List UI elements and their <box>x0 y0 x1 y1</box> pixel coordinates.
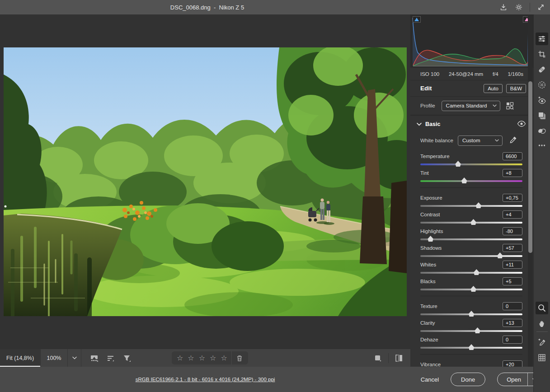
slider-value-box[interactable]: +13 <box>503 319 522 327</box>
auto-button[interactable]: Auto <box>484 84 503 93</box>
slider-value-box[interactable]: +5 <box>503 277 522 285</box>
profile-browser-icon[interactable] <box>506 101 515 110</box>
slider-label: Clarity <box>420 320 435 326</box>
tab-crop[interactable] <box>536 48 548 61</box>
fullscreen-icon[interactable] <box>536 3 545 12</box>
tool-zoom[interactable] <box>536 302 548 314</box>
slider-value-box[interactable]: +4 <box>503 210 522 219</box>
star-1[interactable]: ☆ <box>174 355 185 362</box>
image-canvas[interactable] <box>0 14 410 349</box>
slider-thumb[interactable] <box>496 252 503 258</box>
slider-track[interactable] <box>420 312 522 317</box>
save-image-icon[interactable] <box>499 3 508 12</box>
slider-track[interactable] <box>420 287 522 292</box>
slider-value-box[interactable]: -80 <box>503 227 522 235</box>
star-3[interactable]: ☆ <box>197 355 207 362</box>
slider-thumb[interactable] <box>473 269 480 275</box>
slider-thumb[interactable] <box>474 327 481 333</box>
star-2[interactable]: ☆ <box>185 355 196 362</box>
tab-masking[interactable] <box>536 79 548 91</box>
slider-value-box[interactable]: +11 <box>503 261 522 269</box>
slider-track[interactable] <box>420 328 522 334</box>
basic-visibility-eye-icon[interactable] <box>517 121 526 128</box>
slider-label: Shadows <box>420 245 442 251</box>
slider-thumb[interactable] <box>468 311 475 317</box>
tool-hand[interactable] <box>536 317 548 330</box>
star-5[interactable]: ☆ <box>218 355 229 362</box>
bw-button[interactable]: B&W <box>506 84 526 93</box>
slider-label: Temperature <box>420 154 450 159</box>
slider-thumb[interactable] <box>427 236 434 242</box>
statusbar: sRGB IEC61966-2.1 - 8 bit - 6016 x 4016 … <box>0 367 550 392</box>
tab-redeye[interactable] <box>536 94 548 107</box>
open-button[interactable]: Open <box>498 376 527 383</box>
star-4[interactable]: ☆ <box>207 355 218 362</box>
tab-presets[interactable] <box>536 109 548 122</box>
exif-row: ISO 100 24-50@24 mm f/4 1/160s <box>410 68 533 80</box>
slider-track[interactable] <box>420 345 522 350</box>
slider-value-box[interactable]: +20 <box>503 360 522 367</box>
slider-thumb[interactable] <box>461 177 468 183</box>
rating-divider <box>231 351 232 364</box>
slider-whites: Whites +11 <box>420 260 522 275</box>
filmstrip-controls <box>89 349 132 367</box>
slider-track[interactable] <box>420 220 522 225</box>
tab-edit[interactable] <box>536 33 548 45</box>
photo-preview[interactable] <box>4 47 407 316</box>
delete-icon[interactable] <box>234 353 245 363</box>
white-balance-eyedropper-icon[interactable] <box>509 136 518 145</box>
slider-value-box[interactable]: +8 <box>503 169 522 177</box>
settings-gear-icon[interactable] <box>514 3 523 12</box>
slider-exposure: Exposure +0,75 <box>420 193 522 209</box>
zoom-fit-tab[interactable]: Fit (14,8%) <box>0 349 41 367</box>
exif-iso: ISO 100 <box>420 71 439 77</box>
edit-header: Edit Auto B&W <box>410 80 533 97</box>
tab-healing[interactable] <box>536 63 548 76</box>
slider-label: Contrast <box>420 212 440 217</box>
histogram[interactable] <box>410 14 533 68</box>
slider-track[interactable] <box>420 162 522 167</box>
slider-thumb[interactable] <box>475 202 482 208</box>
more-settings-icon[interactable] <box>536 139 548 152</box>
sort-order-icon[interactable] <box>106 353 116 363</box>
slider-label: Vibrance <box>420 362 441 367</box>
slider-track[interactable] <box>420 253 522 259</box>
slider-value-box[interactable]: 6600 <box>503 152 522 160</box>
slider-track[interactable] <box>420 270 522 275</box>
zoom-100-tab[interactable]: 100% <box>41 349 68 367</box>
color-sampler-icon[interactable] <box>536 336 548 349</box>
slider-group-divider <box>420 187 522 188</box>
exif-lens: 24-50@24 mm <box>449 71 483 77</box>
white-balance-dropdown[interactable]: Custom <box>458 135 503 146</box>
slider-thumb[interactable] <box>470 286 477 292</box>
slider-label: Tint <box>420 170 429 176</box>
slider-track[interactable] <box>420 237 522 242</box>
filmstrip-icon[interactable] <box>89 353 99 363</box>
tool-strip-divider <box>536 331 548 332</box>
white-balance-row: White balance Custom <box>410 133 533 148</box>
slider-thumb[interactable] <box>468 344 475 350</box>
grid-overlay-icon[interactable] <box>536 351 548 364</box>
slider-value-box[interactable]: +57 <box>503 244 522 252</box>
slider-thumb[interactable] <box>470 219 477 225</box>
preview-toggle-icon[interactable] <box>373 353 383 363</box>
slider-track[interactable] <box>420 178 522 184</box>
before-after-icon[interactable] <box>394 353 404 363</box>
slider-value-box[interactable]: +0,75 <box>503 194 522 202</box>
profile-dropdown[interactable]: Camera Standard <box>442 101 500 111</box>
slider-label: Texture <box>420 303 437 309</box>
filter-icon[interactable] <box>122 353 132 363</box>
shadow-clipping-indicator[interactable] <box>413 16 421 23</box>
basic-section-header[interactable]: Basic <box>410 116 533 133</box>
profile-row: Profile Camera Standard <box>410 97 533 116</box>
slider-track[interactable] <box>420 203 522 209</box>
panel-scrollbar-thumb[interactable] <box>528 81 532 253</box>
slider-thumb[interactable] <box>455 161 462 167</box>
slider-value-box[interactable]: 0 <box>503 336 522 344</box>
done-button[interactable]: Done <box>451 373 485 386</box>
workflow-options-link[interactable]: sRGB IEC61966-2.1 - 8 bit - 6016 x 4016 … <box>136 377 275 382</box>
tab-snapshots[interactable] <box>536 125 548 137</box>
slider-value-box[interactable]: 0 <box>503 302 522 310</box>
zoom-level-dropdown[interactable] <box>68 349 81 367</box>
cancel-button[interactable]: Cancel <box>421 376 439 383</box>
